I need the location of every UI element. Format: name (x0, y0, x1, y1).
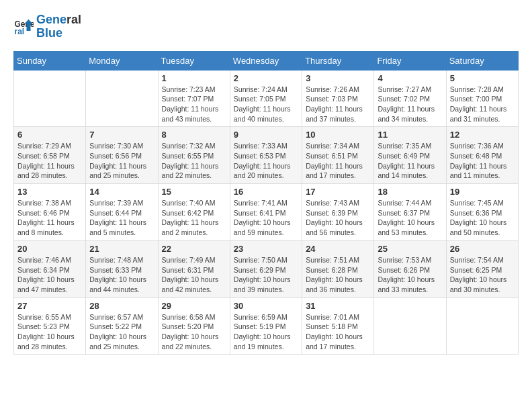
calendar-week-row: 1Sunrise: 7:23 AMSunset: 7:07 PMDaylight… (14, 70, 519, 127)
calendar-cell: 21Sunrise: 7:48 AMSunset: 6:33 PMDayligh… (86, 240, 158, 298)
calendar-cell: 10Sunrise: 7:34 AMSunset: 6:51 PMDayligh… (302, 127, 374, 184)
svg-text:ral: ral (15, 26, 25, 36)
calendar-week-row: 20Sunrise: 7:46 AMSunset: 6:34 PMDayligh… (14, 240, 519, 298)
day-number: 30 (234, 301, 298, 311)
day-number: 28 (89, 301, 154, 311)
calendar-cell: 5Sunrise: 7:28 AMSunset: 7:00 PMDaylight… (446, 70, 518, 127)
day-number: 21 (89, 244, 154, 254)
day-number: 24 (306, 244, 370, 254)
day-info: Sunrise: 7:24 AMSunset: 7:05 PMDaylight:… (234, 85, 298, 124)
day-number: 3 (306, 73, 370, 83)
calendar-cell: 7Sunrise: 7:30 AMSunset: 6:56 PMDaylight… (86, 127, 158, 184)
day-number: 18 (378, 187, 442, 197)
calendar-week-row: 6Sunrise: 7:29 AMSunset: 6:58 PMDaylight… (14, 127, 519, 184)
day-number: 5 (450, 73, 515, 83)
day-number: 9 (234, 130, 298, 140)
day-info: Sunrise: 7:35 AMSunset: 6:49 PMDaylight:… (378, 141, 442, 181)
day-info: Sunrise: 6:58 AMSunset: 5:20 PMDaylight:… (162, 312, 226, 352)
calendar-cell: 23Sunrise: 7:50 AMSunset: 6:29 PMDayligh… (230, 240, 302, 298)
day-info: Sunrise: 7:45 AMSunset: 6:36 PMDaylight:… (450, 198, 515, 238)
day-number: 29 (162, 301, 226, 311)
day-info: Sunrise: 7:43 AMSunset: 6:39 PMDaylight:… (306, 198, 370, 238)
calendar-cell: 13Sunrise: 7:38 AMSunset: 6:46 PMDayligh… (14, 184, 86, 241)
day-number: 25 (378, 244, 442, 254)
day-info: Sunrise: 7:33 AMSunset: 6:53 PMDaylight:… (234, 141, 298, 181)
logo-icon: Gene ral (13, 17, 34, 37)
calendar-cell: 11Sunrise: 7:35 AMSunset: 6:49 PMDayligh… (374, 127, 446, 184)
day-info: Sunrise: 7:50 AMSunset: 6:29 PMDaylight:… (234, 255, 298, 295)
day-number: 13 (17, 187, 82, 197)
calendar-cell: 19Sunrise: 7:45 AMSunset: 6:36 PMDayligh… (446, 184, 518, 241)
day-info: Sunrise: 7:40 AMSunset: 6:42 PMDaylight:… (162, 198, 226, 238)
day-number: 31 (306, 301, 370, 311)
calendar-cell (14, 70, 86, 127)
weekday-header: Wednesday (230, 51, 302, 70)
calendar-cell: 28Sunrise: 6:57 AMSunset: 5:22 PMDayligh… (86, 298, 158, 355)
day-info: Sunrise: 7:30 AMSunset: 6:56 PMDaylight:… (89, 141, 154, 181)
calendar-cell (446, 298, 518, 355)
day-info: Sunrise: 7:32 AMSunset: 6:55 PMDaylight:… (162, 141, 226, 181)
calendar-cell: 3Sunrise: 7:26 AMSunset: 7:03 PMDaylight… (302, 70, 374, 127)
day-number: 23 (234, 244, 298, 254)
calendar-cell: 8Sunrise: 7:32 AMSunset: 6:55 PMDaylight… (158, 127, 230, 184)
page-header: Gene ral GeneralBlue (13, 13, 519, 40)
logo-text: GeneralBlue (36, 13, 81, 40)
day-number: 12 (450, 130, 515, 140)
day-info: Sunrise: 7:28 AMSunset: 7:00 PMDaylight:… (450, 85, 515, 124)
calendar-cell: 15Sunrise: 7:40 AMSunset: 6:42 PMDayligh… (158, 184, 230, 241)
weekday-header: Tuesday (158, 51, 230, 70)
calendar-cell: 29Sunrise: 6:58 AMSunset: 5:20 PMDayligh… (158, 298, 230, 355)
day-info: Sunrise: 7:44 AMSunset: 6:37 PMDaylight:… (378, 198, 442, 238)
day-number: 19 (450, 187, 515, 197)
day-info: Sunrise: 7:34 AMSunset: 6:51 PMDaylight:… (306, 141, 370, 181)
day-info: Sunrise: 7:49 AMSunset: 6:31 PMDaylight:… (162, 255, 226, 295)
day-info: Sunrise: 6:59 AMSunset: 5:19 PMDaylight:… (234, 312, 298, 352)
calendar-cell: 4Sunrise: 7:27 AMSunset: 7:02 PMDaylight… (374, 70, 446, 127)
calendar-cell: 31Sunrise: 7:01 AMSunset: 5:18 PMDayligh… (302, 298, 374, 355)
day-number: 8 (162, 130, 226, 140)
weekday-header: Sunday (14, 51, 86, 70)
calendar-cell: 22Sunrise: 7:49 AMSunset: 6:31 PMDayligh… (158, 240, 230, 298)
day-info: Sunrise: 7:51 AMSunset: 6:28 PMDaylight:… (306, 255, 370, 295)
day-info: Sunrise: 7:23 AMSunset: 7:07 PMDaylight:… (162, 85, 226, 124)
day-info: Sunrise: 7:36 AMSunset: 6:48 PMDaylight:… (450, 141, 515, 181)
day-number: 20 (17, 244, 82, 254)
day-number: 7 (89, 130, 154, 140)
calendar-cell: 25Sunrise: 7:53 AMSunset: 6:26 PMDayligh… (374, 240, 446, 298)
calendar-cell: 27Sunrise: 6:55 AMSunset: 5:23 PMDayligh… (14, 298, 86, 355)
day-info: Sunrise: 7:27 AMSunset: 7:02 PMDaylight:… (378, 85, 442, 124)
logo: Gene ral GeneralBlue (13, 13, 81, 40)
day-number: 16 (234, 187, 298, 197)
weekday-header: Thursday (302, 51, 374, 70)
day-number: 14 (89, 187, 154, 197)
weekday-header-row: SundayMondayTuesdayWednesdayThursdayFrid… (14, 51, 519, 70)
day-info: Sunrise: 7:48 AMSunset: 6:33 PMDaylight:… (89, 255, 154, 295)
day-number: 15 (162, 187, 226, 197)
calendar-cell: 24Sunrise: 7:51 AMSunset: 6:28 PMDayligh… (302, 240, 374, 298)
calendar-table: SundayMondayTuesdayWednesdayThursdayFrid… (13, 51, 519, 355)
calendar-cell: 18Sunrise: 7:44 AMSunset: 6:37 PMDayligh… (374, 184, 446, 241)
day-number: 27 (17, 301, 82, 311)
calendar-cell: 16Sunrise: 7:41 AMSunset: 6:41 PMDayligh… (230, 184, 302, 241)
calendar-cell: 1Sunrise: 7:23 AMSunset: 7:07 PMDaylight… (158, 70, 230, 127)
calendar-cell: 20Sunrise: 7:46 AMSunset: 6:34 PMDayligh… (14, 240, 86, 298)
day-info: Sunrise: 7:53 AMSunset: 6:26 PMDaylight:… (378, 255, 442, 295)
day-number: 10 (306, 130, 370, 140)
day-number: 17 (306, 187, 370, 197)
weekday-header: Monday (86, 51, 158, 70)
day-info: Sunrise: 6:57 AMSunset: 5:22 PMDaylight:… (89, 312, 154, 352)
day-number: 22 (162, 244, 226, 254)
day-info: Sunrise: 7:41 AMSunset: 6:41 PMDaylight:… (234, 198, 298, 238)
calendar-cell: 26Sunrise: 7:54 AMSunset: 6:25 PMDayligh… (446, 240, 518, 298)
calendar-cell (374, 298, 446, 355)
calendar-cell: 2Sunrise: 7:24 AMSunset: 7:05 PMDaylight… (230, 70, 302, 127)
day-info: Sunrise: 7:29 AMSunset: 6:58 PMDaylight:… (17, 141, 82, 181)
day-info: Sunrise: 7:01 AMSunset: 5:18 PMDaylight:… (306, 312, 370, 352)
day-info: Sunrise: 7:46 AMSunset: 6:34 PMDaylight:… (17, 255, 82, 295)
calendar-week-row: 27Sunrise: 6:55 AMSunset: 5:23 PMDayligh… (14, 298, 519, 355)
day-number: 1 (162, 73, 226, 83)
day-number: 26 (450, 244, 515, 254)
calendar-week-row: 13Sunrise: 7:38 AMSunset: 6:46 PMDayligh… (14, 184, 519, 241)
day-number: 11 (378, 130, 442, 140)
day-info: Sunrise: 7:54 AMSunset: 6:25 PMDaylight:… (450, 255, 515, 295)
